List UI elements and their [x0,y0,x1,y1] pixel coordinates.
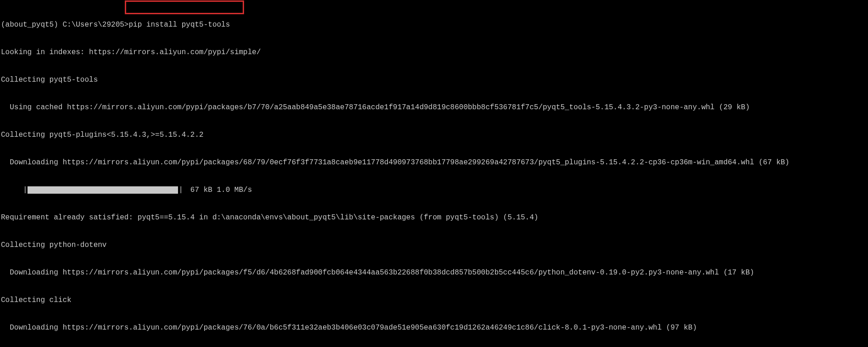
output-line: Collecting python-dotenv [0,241,868,250]
progress-row: | | 67 kB 1.0 MB/s [0,185,868,195]
progress-bar-edge: | [23,185,28,195]
terminal-output[interactable]: (about_pyqt5) C:\Users\29205>pip install… [0,0,868,347]
output-line: Collecting click [0,296,868,305]
progress-bar [28,186,178,194]
env-name: (about_pyqt5) [1,21,58,29]
output-line: Downloading https://mirrors.aliyun.com/p… [0,323,868,332]
output-line: Downloading https://mirrors.aliyun.com/p… [0,268,868,277]
prompt-line: (about_pyqt5) C:\Users\29205>pip install… [0,20,868,29]
output-line: Downloading https://mirrors.aliyun.com/p… [0,158,868,167]
output-line: Using cached https://mirrors.aliyun.com/… [0,103,868,112]
current-path: C:\Users\29205 [62,21,124,29]
progress-text: 67 kB 1.0 MB/s [183,185,252,195]
progress-bar-edge: | [179,185,184,195]
output-line: Requirement already satisfied: pyqt5==5.… [0,213,868,222]
output-line: Collecting pyqt5-plugins<5.15.4.3,>=5.15… [0,130,868,140]
output-line: Looking in indexes: https://mirrors.aliy… [0,48,868,57]
command-text: pip install pyqt5-tools [128,21,230,29]
output-line: Collecting pyqt5-tools [0,75,868,84]
